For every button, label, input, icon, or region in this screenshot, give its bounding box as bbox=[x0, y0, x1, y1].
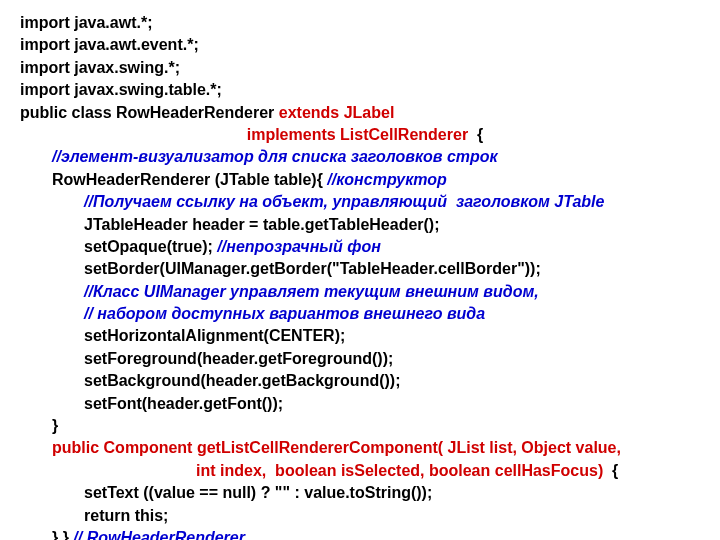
code-token: //элемент-визуализатор для списка заголо… bbox=[52, 148, 498, 165]
code-line: RowHeaderRenderer (JTable table){ //конс… bbox=[20, 169, 700, 191]
code-token: } bbox=[52, 417, 58, 434]
code-token: // набором доступных вариантов внешнего … bbox=[84, 305, 485, 322]
code-token: public Component getListCellRendererComp… bbox=[52, 439, 621, 456]
code-line: return this; bbox=[20, 505, 700, 527]
code-token: JTableHeader header = table.getTableHead… bbox=[84, 216, 440, 233]
code-token: //конструктор bbox=[327, 171, 447, 188]
code-token: //Класс UIManager управляет текущим внеш… bbox=[84, 283, 539, 300]
code-token: } } bbox=[52, 529, 73, 540]
code-token: setForeground(header.getForeground()); bbox=[84, 350, 393, 367]
code-token: //Получаем ссылку на объект, управляющий… bbox=[84, 193, 604, 210]
code-line: int index, boolean isSelected, boolean c… bbox=[20, 460, 700, 482]
code-line: // набором доступных вариантов внешнего … bbox=[20, 303, 700, 325]
code-line: import javax.swing.*; bbox=[20, 57, 700, 79]
code-token: setText ((value == null) ? "" : value.to… bbox=[84, 484, 432, 501]
code-line: public Component getListCellRendererComp… bbox=[20, 437, 700, 459]
code-token: setBackground(header.getBackground()); bbox=[84, 372, 400, 389]
code-token: extends JLabel bbox=[279, 104, 395, 121]
code-token: setHorizontalAlignment(CENTER); bbox=[84, 327, 345, 344]
code-block: import java.awt.*;import java.awt.event.… bbox=[20, 12, 700, 540]
code-token: setOpaque(true); bbox=[84, 238, 217, 255]
code-line: import java.awt.*; bbox=[20, 12, 700, 34]
code-line: //Класс UIManager управляет текущим внеш… bbox=[20, 281, 700, 303]
code-line: setBackground(header.getBackground()); bbox=[20, 370, 700, 392]
code-token bbox=[20, 126, 247, 143]
code-line: setOpaque(true); //непрозрачный фон bbox=[20, 236, 700, 258]
code-token: int index, boolean isSelected, boolean c… bbox=[196, 462, 603, 479]
code-token: implements ListCellRenderer bbox=[247, 126, 468, 143]
code-token: setFont(header.getFont()); bbox=[84, 395, 283, 412]
code-line: setFont(header.getFont()); bbox=[20, 393, 700, 415]
code-line: //Получаем ссылку на объект, управляющий… bbox=[20, 191, 700, 213]
code-token: import javax.swing.*; bbox=[20, 59, 180, 76]
code-line: setHorizontalAlignment(CENTER); bbox=[20, 325, 700, 347]
code-token: //непрозрачный фон bbox=[217, 238, 380, 255]
code-token: setBorder(UIManager.getBorder("TableHead… bbox=[84, 260, 541, 277]
code-token: import java.awt.*; bbox=[20, 14, 152, 31]
code-line: implements ListCellRenderer { bbox=[20, 124, 700, 146]
code-token: public class RowHeaderRenderer bbox=[20, 104, 279, 121]
code-token: import javax.swing.table.*; bbox=[20, 81, 222, 98]
code-token: // RowHeaderRenderer bbox=[73, 529, 245, 540]
code-line: //элемент-визуализатор для списка заголо… bbox=[20, 146, 700, 168]
code-line: import javax.swing.table.*; bbox=[20, 79, 700, 101]
code-line: setBorder(UIManager.getBorder("TableHead… bbox=[20, 258, 700, 280]
code-token: { bbox=[603, 462, 618, 479]
code-line: import java.awt.event.*; bbox=[20, 34, 700, 56]
code-line: } } // RowHeaderRenderer bbox=[20, 527, 700, 540]
code-token: import java.awt.event.*; bbox=[20, 36, 199, 53]
code-line: } bbox=[20, 415, 700, 437]
code-line: JTableHeader header = table.getTableHead… bbox=[20, 214, 700, 236]
code-token: RowHeaderRenderer (JTable table){ bbox=[52, 171, 327, 188]
code-token: return this; bbox=[84, 507, 168, 524]
code-line: public class RowHeaderRenderer extends J… bbox=[20, 102, 700, 124]
code-token: { bbox=[468, 126, 483, 143]
code-line: setForeground(header.getForeground()); bbox=[20, 348, 700, 370]
code-line: setText ((value == null) ? "" : value.to… bbox=[20, 482, 700, 504]
